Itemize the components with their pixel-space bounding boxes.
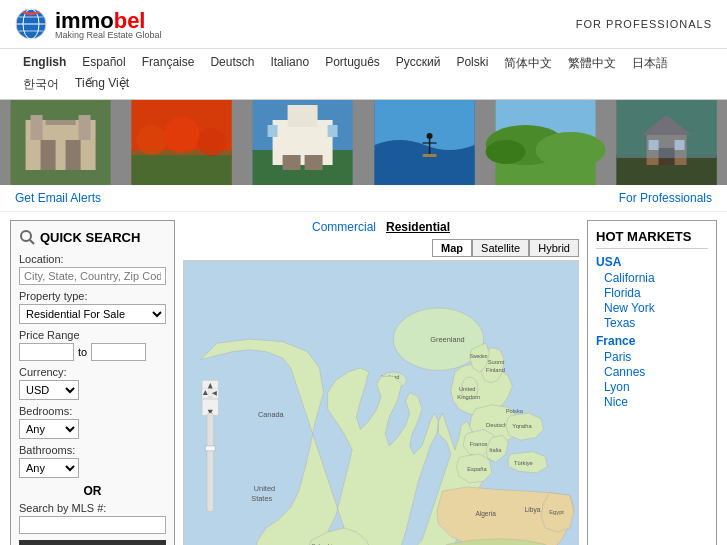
nav-links: English Español Française Deutsch Italia… <box>15 53 712 95</box>
nav-russian[interactable]: Русский <box>388 53 449 74</box>
hm-france[interactable]: France <box>596 334 708 348</box>
nav-korean[interactable]: 한국어 <box>15 74 67 95</box>
map-view-hybrid[interactable]: Hybrid <box>529 239 579 257</box>
location-label: Location: <box>19 253 166 265</box>
photo-strip <box>0 100 727 185</box>
map-container[interactable]: Greenland Iceland Canada United States M… <box>183 260 579 545</box>
currency-label: Currency: <box>19 366 166 378</box>
nav-english[interactable]: English <box>15 53 74 74</box>
svg-rect-9 <box>41 140 56 170</box>
quick-search-panel: QUICK SEARCH Location: Property type: Re… <box>10 220 175 545</box>
svg-text:United: United <box>254 484 275 493</box>
tab-commercial[interactable]: Commercial <box>312 220 376 234</box>
quick-search-label: QUICK SEARCH <box>40 230 140 245</box>
svg-rect-13 <box>132 150 232 185</box>
hm-florida[interactable]: Florida <box>604 286 708 300</box>
svg-rect-11 <box>46 120 76 125</box>
map-view-satellite[interactable]: Satellite <box>472 239 529 257</box>
map-svg: Greenland Iceland Canada United States M… <box>184 261 578 545</box>
search-button[interactable]: Search <box>19 540 166 545</box>
hm-texas[interactable]: Texas <box>604 316 708 330</box>
hm-usa[interactable]: USA <box>596 255 708 269</box>
svg-point-36 <box>535 132 605 168</box>
svg-text:Egypt: Egypt <box>549 509 564 515</box>
nav-chinese-traditional[interactable]: 繁體中文 <box>560 53 624 74</box>
nav-portugues[interactable]: Português <box>317 53 388 74</box>
svg-rect-22 <box>283 155 301 170</box>
photo-6 <box>606 100 727 185</box>
svg-text:Greenland: Greenland <box>430 335 464 344</box>
header: immobel Making Real Estate Global FOR PR… <box>0 0 727 49</box>
for-professionals-top-label: FOR PROFESSIONALS <box>576 18 712 30</box>
mls-label: Search by MLS #: <box>19 502 166 514</box>
svg-rect-89 <box>205 446 215 451</box>
price-max-input[interactable] <box>91 343 146 361</box>
hot-markets-panel: HOT MARKETS USA California Florida New Y… <box>587 220 717 545</box>
property-type-label: Property type: <box>19 290 166 302</box>
or-divider: OR <box>19 484 166 498</box>
svg-point-46 <box>21 231 31 241</box>
photo-1 <box>0 100 121 185</box>
price-min-input[interactable] <box>19 343 74 361</box>
svg-text:Italia: Italia <box>489 447 502 453</box>
hm-nice[interactable]: Nice <box>604 395 708 409</box>
photo-4 <box>364 100 485 185</box>
bathrooms-select[interactable]: Any <box>19 458 79 478</box>
svg-text:España: España <box>467 466 487 472</box>
photo-2 <box>121 100 242 185</box>
currency-select[interactable]: USD <box>19 380 79 400</box>
svg-rect-24 <box>268 125 278 137</box>
svg-rect-7 <box>31 115 43 140</box>
nav-deutsch[interactable]: Deutsch <box>202 53 262 74</box>
svg-rect-32 <box>422 154 436 157</box>
svg-point-37 <box>485 140 525 164</box>
svg-point-30 <box>426 133 432 139</box>
photo-5 <box>485 100 606 185</box>
map-view-map[interactable]: Map <box>432 239 472 257</box>
map-view-buttons: Map Satellite Hybrid <box>183 239 579 257</box>
price-to-label: to <box>78 346 87 358</box>
map-area: Commercial Residential Map Satellite Hyb… <box>183 220 579 545</box>
photo-3 <box>242 100 363 185</box>
svg-text:France: France <box>470 441 488 447</box>
svg-text:Suomi: Suomi <box>488 359 504 365</box>
nav-francaise[interactable]: Française <box>134 53 203 74</box>
nav-japanese[interactable]: 日本語 <box>624 53 676 74</box>
bedrooms-select[interactable]: Any <box>19 419 79 439</box>
hm-lyon[interactable]: Lyon <box>604 380 708 394</box>
navigation-bar: English Español Française Deutsch Italia… <box>0 49 727 100</box>
tab-residential[interactable]: Residential <box>386 220 450 234</box>
svg-text:Finland: Finland <box>486 367 505 373</box>
svg-rect-10 <box>66 140 81 170</box>
nav-polski[interactable]: Polski <box>448 53 496 74</box>
svg-rect-8 <box>79 115 91 140</box>
nav-chinese-simplified[interactable]: 简体中文 <box>496 53 560 74</box>
for-professionals-link[interactable]: For Professionals <box>619 191 712 205</box>
hm-paris[interactable]: Paris <box>604 350 708 364</box>
hm-newyork[interactable]: New York <box>604 301 708 315</box>
property-type-select[interactable]: Residential For Sale <box>19 304 166 324</box>
nav-vietnamese[interactable]: Tiếng Việt <box>67 74 137 95</box>
svg-text:Algeria: Algeria <box>475 510 496 518</box>
svg-rect-25 <box>328 125 338 137</box>
bedrooms-label: Bedrooms: <box>19 405 166 417</box>
svg-text:United: United <box>459 386 476 392</box>
svg-text:Kingdom: Kingdom <box>457 394 480 400</box>
main-content: QUICK SEARCH Location: Property type: Re… <box>0 212 727 545</box>
mls-input[interactable] <box>19 516 166 534</box>
svg-rect-21 <box>288 105 318 127</box>
nav-italiano[interactable]: Italiano <box>262 53 317 74</box>
svg-text:Yqraiha: Yqraiha <box>512 423 532 429</box>
svg-text:States: States <box>251 494 272 503</box>
bathrooms-label: Bathrooms: <box>19 444 166 456</box>
hm-cannes[interactable]: Cannes <box>604 365 708 379</box>
price-range-row: to <box>19 343 166 361</box>
logo-text-block: immobel Making Real Estate Global <box>55 8 162 40</box>
nav-espanol[interactable]: Español <box>74 53 133 74</box>
price-range-label: Price Range <box>19 329 166 341</box>
svg-text:Polska: Polska <box>506 408 524 414</box>
hm-california[interactable]: California <box>604 271 708 285</box>
location-input[interactable] <box>19 267 166 285</box>
alerts-bar: Get Email Alerts For Professionals <box>0 185 727 212</box>
get-email-alerts-link[interactable]: Get Email Alerts <box>15 191 101 205</box>
